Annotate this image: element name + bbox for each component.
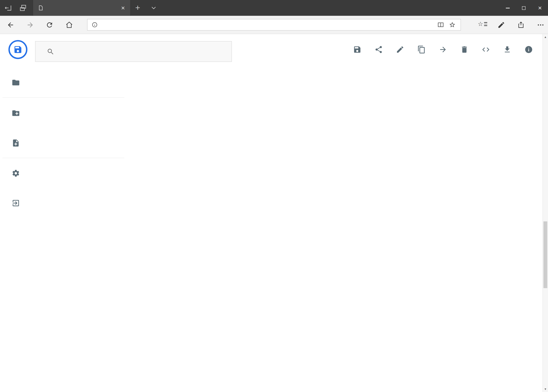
browser-navbar: ☆ xyxy=(0,16,548,34)
window-controls: ✕ xyxy=(499,0,548,16)
new-file-icon xyxy=(12,139,20,147)
folder-icon xyxy=(12,78,20,87)
more-menu-icon[interactable] xyxy=(537,21,545,29)
code-view-button[interactable] xyxy=(482,45,490,54)
web-note-pen-icon[interactable] xyxy=(497,21,505,29)
search-icon xyxy=(47,48,55,55)
search-input[interactable] xyxy=(59,47,215,55)
share-page-icon[interactable] xyxy=(517,21,525,29)
browser-tab[interactable]: ✕ xyxy=(33,0,131,16)
scrollbar-thumb[interactable] xyxy=(543,221,548,288)
edit-button[interactable] xyxy=(396,45,404,54)
sidebar-divider xyxy=(3,158,125,158)
home-icon[interactable] xyxy=(65,21,73,29)
hub-favorites-icon[interactable]: ☆ xyxy=(478,21,486,29)
minimize-icon xyxy=(506,8,510,8)
maximize-button[interactable] xyxy=(516,0,532,16)
save-button[interactable] xyxy=(353,45,361,54)
sidebar-item-new-file[interactable] xyxy=(12,137,26,149)
info-button[interactable] xyxy=(525,45,533,54)
app-header xyxy=(0,34,542,65)
minimize-button[interactable] xyxy=(499,0,516,16)
search-box[interactable] xyxy=(35,41,232,62)
move-button[interactable] xyxy=(439,45,447,54)
settings-gear-icon xyxy=(12,169,20,177)
set-tabs-aside-icon[interactable] xyxy=(4,4,12,12)
favorite-star-icon[interactable] xyxy=(449,21,456,28)
tab-preview-chevron-icon[interactable] xyxy=(150,4,158,12)
sidebar xyxy=(0,65,127,392)
scroll-up-arrow-icon[interactable]: ▲ xyxy=(543,34,548,40)
sidebar-item-settings[interactable] xyxy=(12,167,26,179)
new-folder-icon xyxy=(12,109,20,117)
hub-lines-glyph xyxy=(484,21,487,27)
scroll-down-arrow-icon[interactable]: ▼ xyxy=(543,386,548,392)
address-bar[interactable] xyxy=(87,19,461,30)
tab-close-icon[interactable]: ✕ xyxy=(119,5,127,11)
close-button[interactable]: ✕ xyxy=(532,0,548,16)
maximize-icon xyxy=(522,6,526,10)
sidebar-item-logout[interactable] xyxy=(12,197,26,209)
sidebar-divider xyxy=(3,97,125,98)
browser-tab-bar: ✕ + ✕ xyxy=(0,0,548,16)
copy-button[interactable] xyxy=(417,45,426,54)
filebrowser-logo[interactable] xyxy=(8,40,28,59)
reading-view-icon[interactable] xyxy=(437,21,444,28)
refresh-icon[interactable] xyxy=(46,21,53,29)
share-button[interactable] xyxy=(375,45,383,54)
page-document-icon xyxy=(38,5,43,11)
new-tab-button[interactable]: + xyxy=(135,2,140,13)
back-icon[interactable] xyxy=(7,21,14,29)
sidebar-item-new-folder[interactable] xyxy=(12,107,26,119)
code-editor[interactable] xyxy=(127,65,542,392)
tabs-preview-icon[interactable] xyxy=(19,4,27,12)
page-scrollbar[interactable]: ▲ ▼ xyxy=(542,34,548,392)
sidebar-item-my-files[interactable] xyxy=(12,77,26,88)
site-info-icon[interactable] xyxy=(92,22,98,28)
download-button[interactable] xyxy=(503,45,511,54)
file-toolbar xyxy=(353,45,533,54)
hub-star-glyph: ☆ xyxy=(478,21,483,27)
delete-button[interactable] xyxy=(460,45,469,54)
logout-icon xyxy=(12,199,20,207)
screen: ✕ + ✕ xyxy=(0,0,548,392)
forward-icon[interactable] xyxy=(26,21,34,29)
